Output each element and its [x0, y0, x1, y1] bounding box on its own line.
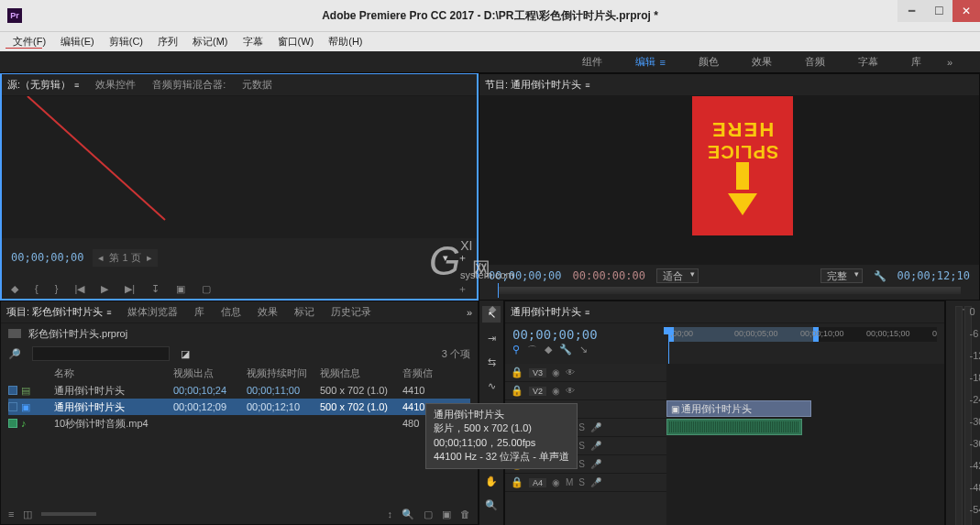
wrench-icon[interactable]: 🔧: [874, 270, 886, 282]
list-view-icon[interactable]: ≡: [8, 509, 14, 520]
table-row[interactable]: ▣ 通用倒计时片头 00;00;12;09 00;00;12;10 500 x …: [8, 399, 470, 415]
menu-sequence[interactable]: 序列: [150, 35, 185, 49]
delete-icon[interactable]: 🗑: [460, 509, 470, 520]
settings-icon[interactable]: ↘: [579, 344, 588, 357]
col-freq[interactable]: 音频信: [402, 366, 448, 380]
timeline-ruler[interactable]: ;00;00 00;00;05;00 00;00;10;00 00;00;15;…: [668, 327, 937, 360]
lock-icon[interactable]: 🔒: [511, 366, 523, 378]
track-select-tool-icon[interactable]: ⇥: [482, 330, 501, 346]
insert-icon[interactable]: ↧: [151, 283, 160, 295]
ws-overflow-button[interactable]: »: [947, 57, 952, 68]
find-icon[interactable]: 🔍: [402, 509, 414, 520]
tab-project[interactable]: 项目: 彩色倒计时片头≡: [6, 305, 111, 319]
tab-libraries[interactable]: 库: [194, 305, 204, 319]
col-dur[interactable]: 视频持续时间: [247, 366, 320, 380]
plus-icon[interactable]: ＋: [457, 251, 468, 265]
menu-window[interactable]: 窗口(W): [270, 35, 322, 49]
video-clip[interactable]: ▣ 通用倒计时片头: [666, 400, 811, 417]
tab-source[interactable]: 源:（无剪辑）≡: [7, 78, 79, 92]
marker-icon[interactable]: ◆: [489, 303, 496, 315]
tab-audio-mixer[interactable]: 音频剪辑混合器:: [152, 78, 226, 92]
audio-clip[interactable]: [666, 419, 802, 435]
rate-tool-icon[interactable]: ∿: [482, 377, 501, 394]
track-content-area[interactable]: ▣ 通用倒计时片头: [666, 364, 944, 525]
program-tc-left[interactable]: 00;00;00;00: [489, 269, 561, 282]
quality-dropdown[interactable]: 完整: [820, 268, 863, 283]
eye-icon[interactable]: 👁: [566, 386, 575, 396]
ws-libraries[interactable]: 库: [904, 55, 929, 69]
in-point-icon[interactable]: {: [35, 283, 39, 294]
tab-info[interactable]: 信息: [221, 305, 241, 319]
sort-icon[interactable]: ↕: [388, 509, 393, 520]
fit-dropdown[interactable]: 适合: [656, 268, 699, 283]
wrench-icon[interactable]: 🔧: [559, 344, 572, 357]
lock-icon[interactable]: 🔒: [511, 385, 523, 397]
label-chip-icon[interactable]: [8, 419, 17, 428]
ws-editing[interactable]: 编辑≡: [628, 55, 672, 69]
new-bin-icon[interactable]: ▢: [424, 509, 433, 520]
bin-toggle-icon[interactable]: ◪: [181, 348, 190, 360]
tab-markers[interactable]: 标记: [294, 305, 314, 319]
export-frame-icon[interactable]: ▢: [202, 283, 211, 295]
tab-media-browser[interactable]: 媒体浏览器: [127, 305, 178, 319]
lock-icon[interactable]: 🔒: [511, 476, 523, 488]
tab-effects[interactable]: 效果: [258, 305, 278, 319]
ws-effects[interactable]: 效果: [744, 55, 779, 69]
minimize-button[interactable]: ━: [897, 0, 925, 22]
zoom-slider[interactable]: [41, 512, 96, 516]
menu-title[interactable]: 字幕: [236, 35, 270, 49]
out-point-icon[interactable]: }: [55, 283, 59, 294]
program-tc-play[interactable]: 00:00:00:00: [572, 269, 644, 282]
label-chip-icon[interactable]: [8, 386, 17, 395]
ws-color[interactable]: 颜色: [691, 55, 726, 69]
marker-icon[interactable]: ◆: [545, 344, 552, 357]
step-back-icon[interactable]: |◀: [74, 283, 84, 295]
table-row[interactable]: ▤ 通用倒计时片头 00;00;10;24 00;00;11;00 500 x …: [8, 382, 470, 399]
hand-tool-icon[interactable]: ✋: [482, 473, 501, 489]
track-a4-header[interactable]: 🔒A4◉MS🎤: [505, 476, 666, 488]
track-v2-header[interactable]: 🔒V2◉👁: [505, 385, 666, 397]
table-row[interactable]: ♪ 10秒倒计时音频.mp4 480: [8, 415, 470, 432]
overwrite-icon[interactable]: ▣: [176, 283, 185, 295]
linked-sel-icon[interactable]: ⌒: [527, 344, 537, 357]
menu-edit[interactable]: 编辑(E): [53, 35, 102, 49]
icon-view-icon[interactable]: ◫: [23, 509, 32, 520]
close-button[interactable]: ✕: [952, 0, 980, 22]
settings-icon[interactable]: ＋: [457, 282, 468, 296]
new-item-icon[interactable]: ▣: [442, 509, 451, 520]
panel-overflow-icon[interactable]: »: [467, 307, 472, 318]
snap-icon[interactable]: ⚲: [512, 344, 520, 357]
tab-metadata[interactable]: 元数据: [242, 78, 272, 92]
step-fwd-icon[interactable]: ▶|: [125, 283, 135, 295]
menu-file[interactable]: 文件(F): [6, 35, 53, 49]
track-v3-header[interactable]: 🔒V3◉👁: [505, 366, 666, 378]
tab-effect-controls[interactable]: 效果控件: [95, 78, 136, 92]
ws-audio[interactable]: 音频: [798, 55, 832, 69]
col-out[interactable]: 视频出点: [173, 366, 247, 380]
ws-assembly[interactable]: 组件: [575, 55, 610, 69]
add-marker-icon[interactable]: ▾: [443, 252, 448, 264]
menu-help[interactable]: 帮助(H): [321, 35, 369, 49]
mic-icon[interactable]: 🎤: [590, 441, 601, 451]
play-icon[interactable]: ▶: [101, 283, 108, 295]
mic-icon[interactable]: 🎤: [590, 422, 601, 432]
col-info[interactable]: 视频信息: [320, 366, 402, 380]
ripple-tool-icon[interactable]: ⇆: [482, 354, 501, 370]
marker-icon[interactable]: ◆: [11, 283, 18, 295]
source-timecode[interactable]: 00;00;00;00: [11, 251, 83, 264]
mic-icon[interactable]: 🎤: [590, 477, 601, 487]
source-page-control[interactable]: ◂ 第 1 页 ▸: [93, 249, 157, 267]
filter-icon[interactable]: 🔎: [8, 348, 21, 360]
project-search-input[interactable]: [32, 346, 170, 361]
menu-marker[interactable]: 标记(M): [185, 35, 236, 49]
menu-clip[interactable]: 剪辑(C): [102, 35, 150, 49]
program-timeline-strip[interactable]: [498, 287, 961, 294]
ws-titles[interactable]: 字幕: [851, 55, 886, 69]
maximize-button[interactable]: ☐: [925, 0, 952, 22]
mic-icon[interactable]: 🎤: [590, 459, 601, 469]
zoom-tool-icon[interactable]: 🔍: [482, 497, 501, 513]
label-chip-icon[interactable]: [8, 402, 17, 411]
tab-program[interactable]: 节目: 通用倒计时片头≡: [485, 78, 589, 92]
col-name[interactable]: 名称: [54, 366, 173, 380]
timeline-timecode[interactable]: 00;00;00;00: [512, 327, 659, 342]
